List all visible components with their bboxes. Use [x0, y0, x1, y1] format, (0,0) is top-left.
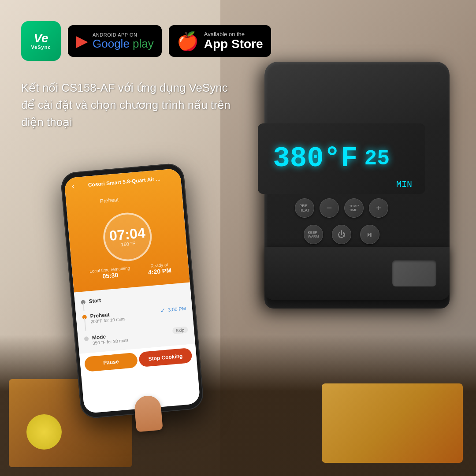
drawer-handle [392, 260, 436, 286]
app-local-time-value: 05:30 [102, 271, 119, 279]
app-timer-temp: 160 °F [121, 241, 135, 247]
schedule-mode-text: Mode 350 °F for 30 mins [92, 331, 129, 346]
app-timer-circle: 07:04 160 °F [101, 210, 154, 263]
app-store-text: Available on the App Store [204, 31, 263, 51]
btn-temp-time[interactable]: TEMPTIME [344, 198, 364, 218]
preheat-time-check: ✓ 3:00 PM [160, 305, 186, 314]
fryer-time-display: 25 [364, 147, 390, 171]
app-ready-at-value: 4:20 PM [148, 267, 171, 276]
fryer-controls-row2: KEEPWARM ⏻ ⏯ [258, 225, 425, 244]
apple-icon: 🍎 [177, 31, 199, 52]
phone-container: ‹ Cosori Smart 5.8-Quart Air ... Preheat… [60, 163, 205, 419]
app-preheat-section: Preheat 07:04 160 °F [100, 194, 153, 263]
air-fryer: COSORI 🍤 🥩 📶 🐟 🍗 380°F 25 MIN PREHEAT − [256, 26, 467, 335]
description-line1: Kết nối CS158-AF với ứng dụng VeSync [21, 79, 233, 97]
skip-button[interactable]: Skip [172, 326, 188, 334]
logos-area: Ve VeSync ▶ ANDROID APP ON Google play 🍎… [21, 21, 271, 61]
btn-minus[interactable]: − [320, 198, 339, 218]
schedule-line-preheat [84, 318, 86, 331]
app-schedule: Start Preheat 200°F for 10 mins ✓ [74, 283, 195, 354]
schedule-dot-mode [84, 336, 89, 341]
vesync-logo: Ve VeSync [21, 21, 61, 61]
btn-keep-warm[interactable]: KEEPWARM [304, 225, 323, 244]
description-line2: để cài đặt và chọn chương trình nấu trên… [21, 97, 233, 131]
schedule-preheat-text: Preheat 200°F for 10 mins [90, 310, 126, 324]
btn-play-pause[interactable]: ⏯ [360, 225, 379, 244]
vesync-v-icon: Ve [33, 32, 48, 45]
schedule-start-label: Start [89, 297, 101, 304]
vesync-label: VeSync [31, 45, 51, 50]
pause-button[interactable]: Pause [84, 353, 138, 372]
google-play-text: ANDROID APP ON Google play [93, 32, 154, 50]
description-block: Kết nối CS158-AF với ứng dụng VeSync để … [21, 79, 233, 131]
preheat-check-icon: ✓ [160, 307, 165, 314]
phone-body: ‹ Cosori Smart 5.8-Quart Air ... Preheat… [60, 163, 205, 419]
btn-plus[interactable]: + [369, 198, 388, 218]
fryer-time-unit: MIN [396, 179, 412, 190]
app-timer-time: 07:04 [109, 225, 146, 242]
fryer-display-panel: 380°F 25 MIN [258, 123, 425, 194]
app-header: ‹ Cosori Smart 5.8-Quart Air ... Preheat… [64, 168, 190, 293]
app-store-line2: App Store [204, 37, 263, 51]
fryer-drawer [264, 247, 450, 300]
schedule-start-text: Start [89, 297, 101, 304]
preheat-time: 3:00 PM [168, 306, 186, 313]
google-play-line2: Google play [93, 37, 154, 50]
btn-power[interactable]: ⏻ [332, 225, 351, 244]
btn-preheat[interactable]: PREHEAT [295, 198, 314, 218]
google-play-badge[interactable]: ▶ ANDROID APP ON Google play [68, 25, 162, 57]
schedule-line-start [83, 303, 85, 311]
app-preheat-label: Preheat [100, 194, 149, 205]
app-title: Cosori Smart 5.8-Quart Air ... [74, 174, 174, 189]
app-ready-at: Ready at 4:20 PM [147, 262, 171, 276]
schedule-item-mode: Mode 350 °F for 30 mins Skip [84, 324, 189, 349]
app-nav: ‹ Cosori Smart 5.8-Quart Air ... [64, 171, 181, 192]
app-sub-info: Local time remaining 05:30 Ready at 4:20… [89, 262, 172, 281]
phone-screen: ‹ Cosori Smart 5.8-Quart Air ... Preheat… [64, 168, 201, 414]
page-content: Ve VeSync ▶ ANDROID APP ON Google play 🍎… [0, 0, 476, 476]
app-local-time: Local time remaining 05:30 [89, 265, 131, 281]
app-store-line1: Available on the [204, 31, 263, 37]
stop-cooking-button[interactable]: Stop Cooking [138, 348, 193, 367]
fryer-temp-display: 380°F [273, 143, 357, 175]
google-play-icon: ▶ [76, 32, 88, 50]
fryer-controls: PREHEAT − TEMPTIME + [258, 198, 425, 218]
